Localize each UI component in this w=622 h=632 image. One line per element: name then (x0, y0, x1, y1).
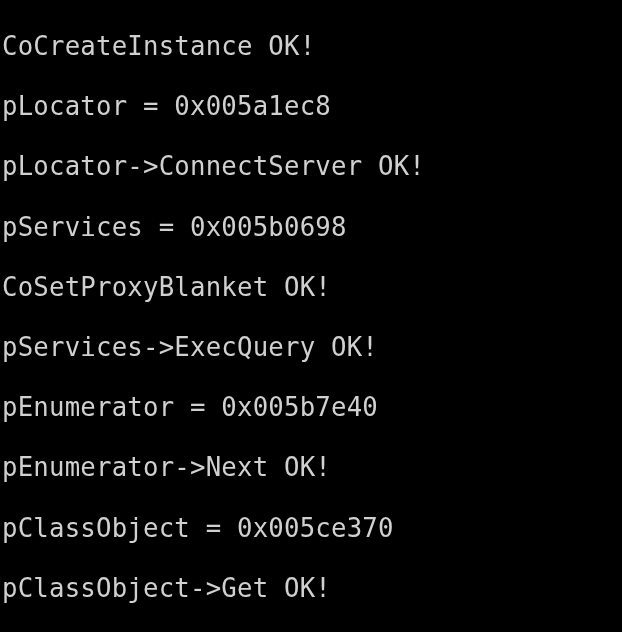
output-line: pLocator->ConnectServer OK! (2, 151, 622, 181)
output-line: pEnumerator = 0x005b7e40 (2, 392, 622, 422)
output-line: pClassObject = 0x005ce370 (2, 513, 622, 543)
output-line: pEnumerator->Next OK! (2, 452, 622, 482)
output-line: CoSetProxyBlanket OK! (2, 272, 622, 302)
output-line: CoCreateInstance OK! (2, 31, 622, 61)
output-line: pLocator = 0x005a1ec8 (2, 91, 622, 121)
output-line: pClassObject->Get OK! (2, 573, 622, 603)
output-line: pServices->ExecQuery OK! (2, 332, 622, 362)
output-line: pServices = 0x005b0698 (2, 212, 622, 242)
terminal-output: CoCreateInstance OK! pLocator = 0x005a1e… (0, 0, 622, 632)
